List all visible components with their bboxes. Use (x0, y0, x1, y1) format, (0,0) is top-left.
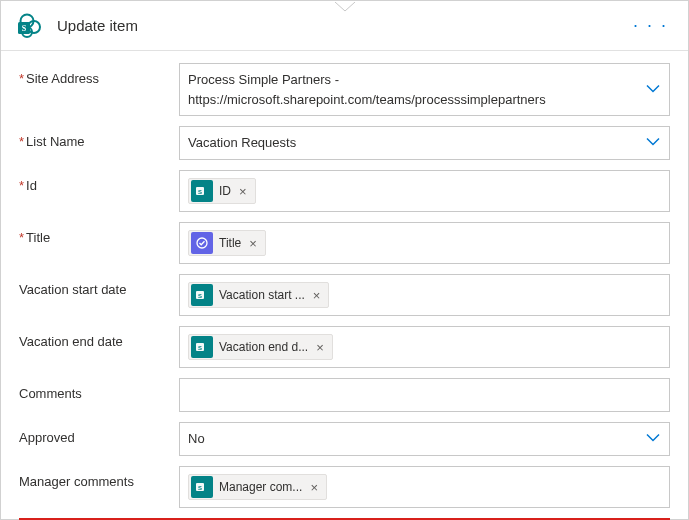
token-vacation-end[interactable]: S Vacation end d... × (188, 334, 333, 360)
sharepoint-token-icon: S (191, 336, 213, 358)
svg-text:S: S (198, 189, 202, 195)
row-vacation-start: Vacation start date S Vacation start ...… (19, 274, 670, 316)
token-remove-icon[interactable]: × (247, 236, 259, 251)
row-comments: Comments (19, 378, 670, 412)
label-vacation-start: Vacation start date (19, 274, 179, 297)
label-site-address: Site Address (19, 63, 179, 86)
approvals-token-icon (191, 232, 213, 254)
chevron-down-icon[interactable] (645, 134, 661, 153)
label-id: Id (19, 170, 179, 193)
input-manager-comments[interactable]: S Manager com... × (179, 466, 670, 508)
input-id[interactable]: S ID × (179, 170, 670, 212)
chevron-down-icon[interactable] (645, 430, 661, 449)
row-manager-comments: Manager comments S Manager com... × (19, 466, 670, 508)
token-label: Manager com... (219, 480, 302, 494)
token-manager-comments[interactable]: S Manager com... × (188, 474, 327, 500)
token-label: ID (219, 184, 231, 198)
list-name-value: Vacation Requests (188, 133, 296, 153)
sharepoint-token-icon: S (191, 476, 213, 498)
svg-text:S: S (198, 345, 202, 351)
svg-text:S: S (198, 293, 202, 299)
token-remove-icon[interactable]: × (311, 288, 323, 303)
input-vacation-start[interactable]: S Vacation start ... × (179, 274, 670, 316)
token-remove-icon[interactable]: × (314, 340, 326, 355)
sharepoint-token-icon: S (191, 180, 213, 202)
token-vacation-start[interactable]: S Vacation start ... × (188, 282, 329, 308)
row-id: Id S ID × (19, 170, 670, 212)
label-title: Title (19, 222, 179, 245)
label-comments: Comments (19, 378, 179, 401)
input-title[interactable]: Title × (179, 222, 670, 264)
input-vacation-end[interactable]: S Vacation end d... × (179, 326, 670, 368)
token-id[interactable]: S ID × (188, 178, 256, 204)
row-approved: Approved No (19, 422, 670, 456)
approved-value: No (188, 429, 205, 449)
more-options-button[interactable]: · · · (627, 15, 674, 36)
token-label: Title (219, 236, 241, 250)
row-site-address: Site Address Process Simple Partners - h… (19, 63, 670, 116)
token-label: Vacation end d... (219, 340, 308, 354)
row-list-name: List Name Vacation Requests (19, 126, 670, 160)
input-comments[interactable] (179, 378, 670, 412)
chevron-down-icon[interactable] (645, 80, 661, 99)
label-list-name: List Name (19, 126, 179, 149)
form-body: Site Address Process Simple Partners - h… (1, 51, 688, 520)
label-vacation-end: Vacation end date (19, 326, 179, 349)
input-site-address[interactable]: Process Simple Partners - https://micros… (179, 63, 670, 116)
svg-text:S: S (22, 24, 27, 33)
sharepoint-icon: S (15, 11, 45, 41)
site-address-value-line2: https://microsoft.sharepoint.com/teams/p… (188, 90, 546, 110)
token-title[interactable]: Title × (188, 230, 266, 256)
svg-text:S: S (198, 485, 202, 491)
token-remove-icon[interactable]: × (237, 184, 249, 199)
token-remove-icon[interactable]: × (308, 480, 320, 495)
row-title: Title Title × (19, 222, 670, 264)
input-list-name[interactable]: Vacation Requests (179, 126, 670, 160)
label-approved: Approved (19, 422, 179, 445)
input-approved[interactable]: No (179, 422, 670, 456)
connector-notch (335, 0, 355, 10)
token-label: Vacation start ... (219, 288, 305, 302)
label-manager-comments: Manager comments (19, 466, 179, 489)
update-item-card: S Update item · · · Site Address Process… (0, 0, 689, 520)
site-address-value-line1: Process Simple Partners - (188, 70, 339, 90)
sharepoint-token-icon: S (191, 284, 213, 306)
card-title: Update item (57, 17, 627, 34)
row-vacation-end: Vacation end date S Vacation end d... × (19, 326, 670, 368)
